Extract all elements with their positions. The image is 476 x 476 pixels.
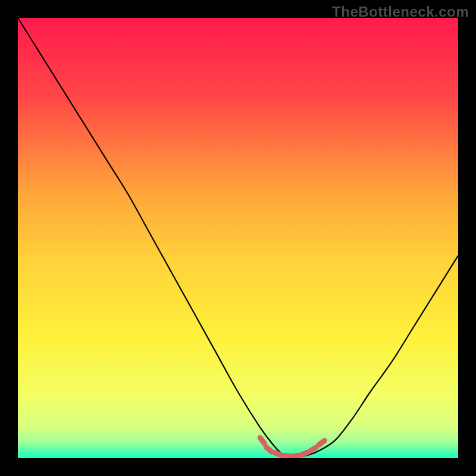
trough-marker — [283, 456, 290, 456]
trough-marker — [300, 452, 307, 455]
watermark-text: TheBottleneck.com — [332, 4, 469, 20]
trough-marker — [319, 441, 325, 445]
trough-marker — [274, 452, 281, 455]
chart-frame: TheBottleneck.com — [0, 0, 476, 476]
trough-marker — [266, 447, 271, 452]
trough-marker — [292, 456, 299, 456]
plot-area — [18, 18, 458, 458]
bottleneck-chart — [18, 18, 458, 458]
trough-marker — [260, 438, 264, 444]
trough-marker — [310, 447, 316, 451]
